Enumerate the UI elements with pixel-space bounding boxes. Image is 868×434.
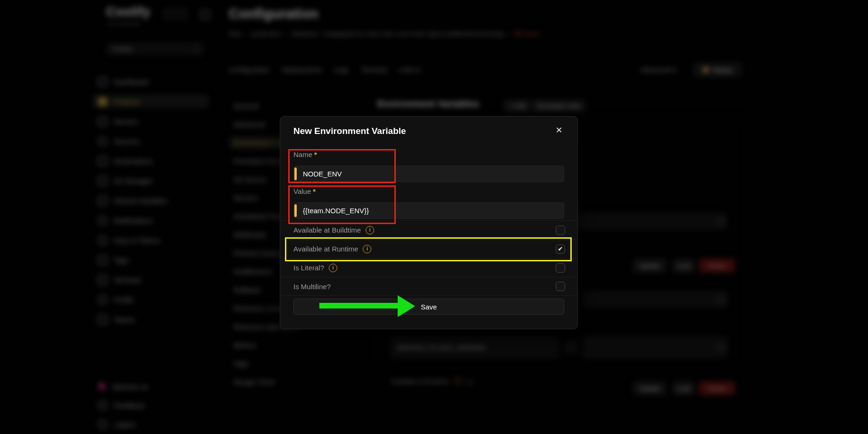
info-icon: i	[329, 264, 337, 272]
runtime-row: Available at Runtime i ✔	[280, 239, 577, 258]
literal-checkbox[interactable]	[556, 263, 565, 273]
save-label: Save	[421, 303, 437, 311]
literal-row: Is Literal? i	[280, 258, 577, 277]
required-asterisk: *	[313, 187, 316, 195]
multiline-row: Is Multiline?	[280, 277, 577, 296]
checkbox-label: Is Multiline?	[293, 283, 331, 291]
multiline-checkbox[interactable]	[556, 282, 565, 291]
checkbox-label: Is Literal?	[293, 264, 324, 272]
runtime-checkbox[interactable]: ✔	[556, 244, 565, 254]
info-icon: i	[363, 245, 371, 253]
buildtime-checkbox[interactable]	[556, 225, 565, 235]
checkmark-icon: ✔	[558, 245, 563, 252]
modal-title: New Environment Variable	[293, 126, 406, 136]
name-input[interactable]: NODE_ENV	[293, 166, 564, 182]
value-input[interactable]: {{team.NODE_ENV}}	[293, 202, 564, 219]
required-asterisk: *	[314, 150, 317, 159]
coolify-app: Coolify v4.0.0-beta.420 Healthy + Dashbo…	[0, 0, 868, 434]
value-field-label: Value*	[293, 187, 316, 195]
new-env-var-modal: New Environment Variable ✕ Name* NODE_EN…	[280, 116, 578, 329]
annotation-green-arrow-shaft	[319, 303, 398, 309]
buildtime-row: Available at Buildtime i	[280, 220, 577, 239]
name-input-value: NODE_ENV	[303, 170, 342, 178]
dirty-field-bar	[294, 167, 297, 180]
checkbox-label: Available at Runtime	[293, 245, 358, 253]
value-input-value: {{team.NODE_ENV}}	[303, 207, 369, 215]
info-icon: i	[366, 226, 374, 234]
annotation-green-arrow-head	[398, 295, 415, 317]
dirty-field-bar	[294, 204, 297, 217]
close-icon[interactable]: ✕	[553, 124, 565, 136]
checkbox-label: Available at Buildtime	[293, 226, 361, 234]
name-field-label: Name*	[293, 150, 317, 159]
